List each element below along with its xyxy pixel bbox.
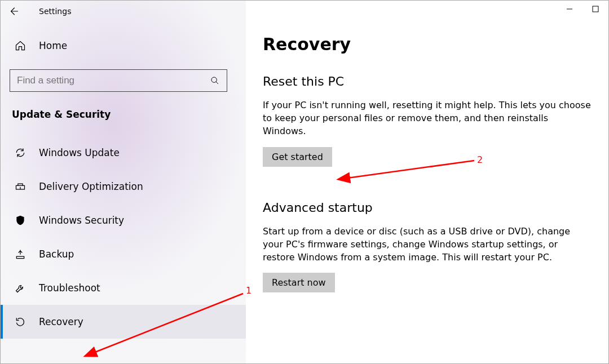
- sidebar-item-backup[interactable]: Backup: [1, 237, 246, 271]
- reset-this-pc-section: Reset this PC If your PC isn't running w…: [263, 74, 592, 167]
- restart-now-button[interactable]: Restart now: [263, 273, 335, 292]
- sidebar-item-windows-update[interactable]: Windows Update: [1, 136, 246, 170]
- delivery-icon: [14, 181, 27, 192]
- home-link[interactable]: Home: [10, 34, 246, 57]
- home-icon: [14, 40, 27, 51]
- minimize-icon: [566, 6, 573, 12]
- back-button[interactable]: [1, 1, 27, 22]
- advanced-description: Start up from a device or disc (such as …: [263, 225, 592, 264]
- svg-rect-1: [593, 6, 598, 12]
- sidebar-item-label: Windows Security: [39, 215, 124, 226]
- sidebar-item-label: Backup: [39, 248, 74, 260]
- shield-icon: [14, 215, 27, 226]
- search-input-wrapper[interactable]: [10, 69, 227, 92]
- advanced-heading: Advanced startup: [263, 201, 592, 215]
- settings-window: Settings Home Update & Security: [0, 0, 609, 364]
- home-label: Home: [39, 40, 67, 51]
- svg-point-2: [211, 77, 217, 82]
- recovery-icon: [14, 316, 27, 327]
- sidebar: Home Update & Security Windows Update De…: [1, 1, 246, 363]
- content-pane: Recovery Reset this PC If your PC isn't …: [246, 1, 608, 363]
- backup-icon: [14, 248, 27, 260]
- sidebar-item-label: Delivery Optimization: [39, 181, 143, 192]
- reset-description: If your PC isn't running well, resetting…: [263, 99, 592, 138]
- arrow-left-icon: [8, 6, 19, 16]
- search-icon: [210, 76, 220, 85]
- sidebar-item-label: Troubleshoot: [39, 282, 100, 294]
- sidebar-item-troubleshoot[interactable]: Troubleshoot: [1, 271, 246, 305]
- minimize-button[interactable]: [557, 1, 582, 17]
- sidebar-item-label: Windows Update: [39, 147, 120, 158]
- sidebar-item-windows-security[interactable]: Windows Security: [1, 203, 246, 237]
- section-heading: Update & Security: [10, 109, 246, 120]
- sidebar-item-delivery-optimization[interactable]: Delivery Optimization: [1, 170, 246, 203]
- refresh-icon: [14, 147, 27, 158]
- page-title: Recovery: [263, 34, 592, 54]
- maximize-icon: [592, 6, 599, 12]
- wrench-icon: [14, 282, 27, 294]
- maximize-button[interactable]: [582, 1, 608, 17]
- svg-line-3: [216, 82, 218, 84]
- sidebar-item-label: Recovery: [39, 316, 83, 327]
- get-started-button[interactable]: Get started: [263, 147, 332, 167]
- sidebar-item-recovery[interactable]: Recovery: [1, 305, 246, 339]
- advanced-startup-section: Advanced startup Start up from a device …: [263, 201, 592, 293]
- search-input[interactable]: [17, 75, 210, 86]
- reset-heading: Reset this PC: [263, 74, 592, 88]
